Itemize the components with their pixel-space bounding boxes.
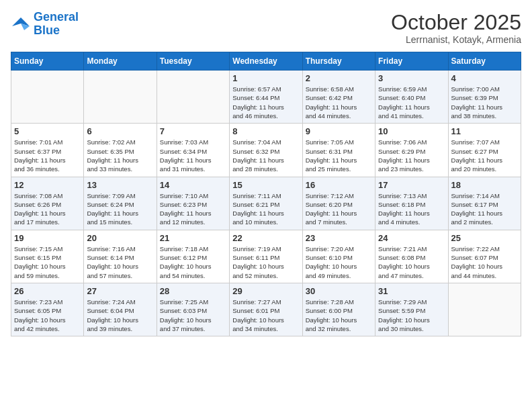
day-info: Sunrise: 7:15 AM Sunset: 6:15 PM Dayligh…	[14, 244, 81, 280]
day-info: Sunrise: 7:07 AM Sunset: 6:27 PM Dayligh…	[451, 138, 518, 173]
calendar-cell: 2Sunrise: 6:58 AM Sunset: 6:42 PM Daylig…	[302, 71, 375, 124]
day-info: Sunrise: 7:14 AM Sunset: 6:17 PM Dayligh…	[451, 191, 518, 227]
calendar-cell: 14Sunrise: 7:10 AM Sunset: 6:23 PM Dayli…	[157, 177, 229, 230]
calendar-week-row: 19Sunrise: 7:15 AM Sunset: 6:15 PM Dayli…	[11, 230, 521, 283]
day-info: Sunrise: 7:05 AM Sunset: 6:31 PM Dayligh…	[306, 138, 372, 173]
weekday-header-friday: Friday	[375, 52, 448, 71]
logo: General Blue	[11, 11, 79, 38]
day-number: 14	[160, 180, 226, 190]
day-number: 29	[232, 286, 299, 296]
weekday-header-monday: Monday	[84, 52, 157, 71]
day-number: 10	[378, 126, 445, 136]
day-number: 15	[232, 180, 299, 190]
day-info: Sunrise: 7:21 AM Sunset: 6:08 PM Dayligh…	[378, 244, 445, 280]
day-number: 26	[14, 286, 81, 296]
day-info: Sunrise: 7:23 AM Sunset: 6:05 PM Dayligh…	[14, 298, 81, 333]
day-info: Sunrise: 7:29 AM Sunset: 5:59 PM Dayligh…	[378, 298, 445, 333]
calendar-cell: 12Sunrise: 7:08 AM Sunset: 6:26 PM Dayli…	[11, 177, 84, 230]
day-number: 13	[87, 180, 153, 190]
day-number: 2	[306, 73, 372, 83]
weekday-header-sunday: Sunday	[11, 52, 84, 71]
day-info: Sunrise: 7:10 AM Sunset: 6:23 PM Dayligh…	[160, 191, 226, 227]
location: Lerrnanist, Kotayk, Armenia	[391, 34, 521, 45]
calendar-cell: 31Sunrise: 7:29 AM Sunset: 5:59 PM Dayli…	[375, 283, 448, 336]
calendar-cell: 27Sunrise: 7:24 AM Sunset: 6:04 PM Dayli…	[84, 283, 157, 336]
month-title: October 2025	[391, 11, 521, 34]
day-info: Sunrise: 6:58 AM Sunset: 6:42 PM Dayligh…	[306, 85, 372, 120]
calendar-week-row: 5Sunrise: 7:01 AM Sunset: 6:37 PM Daylig…	[11, 124, 521, 177]
day-number: 17	[378, 180, 445, 190]
calendar-cell: 23Sunrise: 7:20 AM Sunset: 6:10 PM Dayli…	[302, 230, 375, 283]
calendar-cell: 26Sunrise: 7:23 AM Sunset: 6:05 PM Dayli…	[11, 283, 84, 336]
calendar-cell	[157, 71, 229, 124]
day-info: Sunrise: 7:20 AM Sunset: 6:10 PM Dayligh…	[306, 244, 372, 280]
day-info: Sunrise: 7:03 AM Sunset: 6:34 PM Dayligh…	[160, 138, 226, 173]
day-number: 16	[306, 180, 372, 190]
day-info: Sunrise: 7:22 AM Sunset: 6:07 PM Dayligh…	[451, 244, 518, 280]
weekday-header-thursday: Thursday	[302, 52, 375, 71]
day-number: 12	[14, 180, 81, 190]
day-number: 22	[232, 233, 299, 243]
day-info: Sunrise: 7:18 AM Sunset: 6:12 PM Dayligh…	[160, 244, 226, 280]
day-number: 31	[378, 286, 445, 296]
day-number: 30	[306, 286, 372, 296]
calendar-cell	[84, 71, 157, 124]
calendar-cell: 18Sunrise: 7:14 AM Sunset: 6:17 PM Dayli…	[448, 177, 521, 230]
day-number: 19	[14, 233, 81, 243]
calendar-cell: 20Sunrise: 7:16 AM Sunset: 6:14 PM Dayli…	[84, 230, 157, 283]
weekday-header-wednesday: Wednesday	[230, 52, 302, 71]
day-number: 5	[14, 126, 81, 136]
day-info: Sunrise: 6:59 AM Sunset: 6:40 PM Dayligh…	[378, 85, 445, 120]
calendar-cell: 13Sunrise: 7:09 AM Sunset: 6:24 PM Dayli…	[84, 177, 157, 230]
day-info: Sunrise: 7:06 AM Sunset: 6:29 PM Dayligh…	[378, 138, 445, 173]
day-info: Sunrise: 7:09 AM Sunset: 6:24 PM Dayligh…	[87, 191, 153, 227]
calendar-cell: 30Sunrise: 7:28 AM Sunset: 6:00 PM Dayli…	[302, 283, 375, 336]
day-info: Sunrise: 7:25 AM Sunset: 6:03 PM Dayligh…	[160, 298, 226, 333]
day-info: Sunrise: 7:16 AM Sunset: 6:14 PM Dayligh…	[87, 244, 153, 280]
calendar-cell: 29Sunrise: 7:27 AM Sunset: 6:01 PM Dayli…	[230, 283, 302, 336]
day-number: 4	[451, 73, 518, 83]
calendar-cell: 1Sunrise: 6:57 AM Sunset: 6:44 PM Daylig…	[230, 71, 302, 124]
day-info: Sunrise: 7:27 AM Sunset: 6:01 PM Dayligh…	[232, 298, 299, 333]
calendar-cell: 5Sunrise: 7:01 AM Sunset: 6:37 PM Daylig…	[11, 124, 84, 177]
day-number: 11	[451, 126, 518, 136]
svg-marker-0	[12, 17, 30, 26]
day-info: Sunrise: 7:08 AM Sunset: 6:26 PM Dayligh…	[14, 191, 81, 227]
calendar-cell: 16Sunrise: 7:12 AM Sunset: 6:20 PM Dayli…	[302, 177, 375, 230]
day-number: 7	[160, 126, 226, 136]
day-number: 21	[160, 233, 226, 243]
day-number: 9	[306, 126, 372, 136]
calendar-cell: 4Sunrise: 7:00 AM Sunset: 6:39 PM Daylig…	[448, 71, 521, 124]
title-block: October 2025 Lerrnanist, Kotayk, Armenia	[391, 11, 521, 45]
day-info: Sunrise: 7:04 AM Sunset: 6:32 PM Dayligh…	[232, 138, 299, 173]
day-info: Sunrise: 7:13 AM Sunset: 6:18 PM Dayligh…	[378, 191, 445, 227]
calendar-cell: 3Sunrise: 6:59 AM Sunset: 6:40 PM Daylig…	[375, 71, 448, 124]
calendar-week-row: 12Sunrise: 7:08 AM Sunset: 6:26 PM Dayli…	[11, 177, 521, 230]
calendar-cell: 11Sunrise: 7:07 AM Sunset: 6:27 PM Dayli…	[448, 124, 521, 177]
day-info: Sunrise: 7:02 AM Sunset: 6:35 PM Dayligh…	[87, 138, 153, 173]
day-info: Sunrise: 7:12 AM Sunset: 6:20 PM Dayligh…	[306, 191, 372, 227]
day-number: 24	[378, 233, 445, 243]
calendar-cell: 9Sunrise: 7:05 AM Sunset: 6:31 PM Daylig…	[302, 124, 375, 177]
calendar-cell	[11, 71, 84, 124]
day-number: 3	[378, 73, 445, 83]
calendar-cell: 7Sunrise: 7:03 AM Sunset: 6:34 PM Daylig…	[157, 124, 229, 177]
day-number: 20	[87, 233, 153, 243]
calendar-cell: 21Sunrise: 7:18 AM Sunset: 6:12 PM Dayli…	[157, 230, 229, 283]
calendar-cell: 17Sunrise: 7:13 AM Sunset: 6:18 PM Dayli…	[375, 177, 448, 230]
day-number: 27	[87, 286, 153, 296]
day-number: 25	[451, 233, 518, 243]
logo-text: General Blue	[34, 11, 79, 38]
logo-icon	[11, 14, 31, 34]
day-info: Sunrise: 7:00 AM Sunset: 6:39 PM Dayligh…	[451, 85, 518, 120]
day-number: 6	[87, 126, 153, 136]
day-number: 23	[306, 233, 372, 243]
page-header: General Blue October 2025 Lerrnanist, Ko…	[11, 11, 521, 45]
calendar-cell: 6Sunrise: 7:02 AM Sunset: 6:35 PM Daylig…	[84, 124, 157, 177]
day-number: 1	[232, 73, 299, 83]
day-info: Sunrise: 7:24 AM Sunset: 6:04 PM Dayligh…	[87, 298, 153, 333]
weekday-header-row: SundayMondayTuesdayWednesdayThursdayFrid…	[11, 52, 521, 71]
weekday-header-saturday: Saturday	[448, 52, 521, 71]
day-info: Sunrise: 6:57 AM Sunset: 6:44 PM Dayligh…	[232, 85, 299, 120]
day-number: 18	[451, 180, 518, 190]
